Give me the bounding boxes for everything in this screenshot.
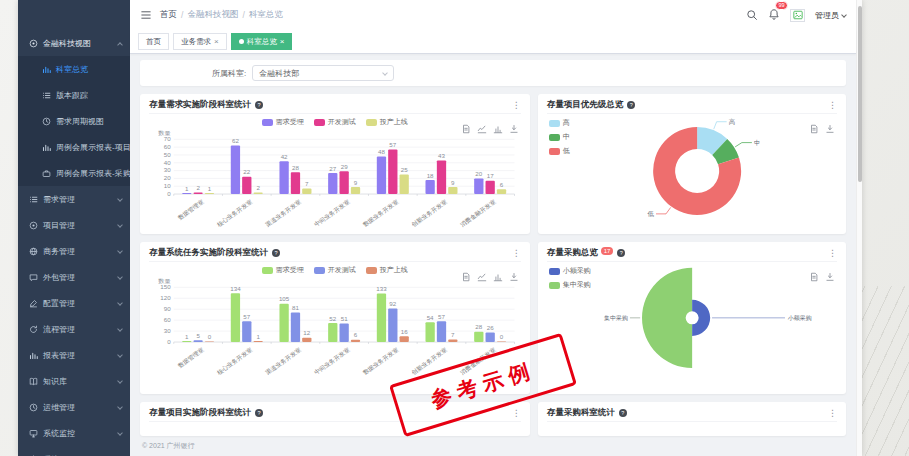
user-name: 管理员 xyxy=(815,10,839,21)
legend-item[interactable]: 需求受理 xyxy=(262,117,304,127)
donut-chart-canvas[interactable]: 高中低 xyxy=(547,116,837,220)
data-view-icon[interactable] xyxy=(461,272,471,282)
scrollbar-thumb[interactable] xyxy=(858,6,862,182)
download-icon[interactable] xyxy=(509,124,519,134)
data-view-icon[interactable] xyxy=(809,124,819,134)
tags-view-bar: 首页 业务需求 × 科室总览 × xyxy=(130,30,856,54)
close-icon[interactable]: × xyxy=(214,38,219,46)
download-icon[interactable] xyxy=(825,124,835,134)
svg-text:40: 40 xyxy=(164,160,172,166)
collapse-sidebar-icon[interactable] xyxy=(140,9,152,21)
chart-legend[interactable]: 小额采购集中采购 xyxy=(549,266,591,290)
bar-chart-toggle-icon[interactable] xyxy=(493,124,503,134)
sidebar-item-system-monitor[interactable]: 系统监控 xyxy=(18,420,130,446)
download-icon[interactable] xyxy=(509,272,519,282)
tab-dept-overview[interactable]: 科室总览 × xyxy=(231,33,293,50)
sidebar-item-dept-overview[interactable]: 科室总览 xyxy=(18,56,130,82)
bar xyxy=(448,187,457,194)
sidebar-item-version-tracking[interactable]: 版本跟踪 xyxy=(18,82,130,108)
breadcrumb-fintech-view[interactable]: 金融科技视图 xyxy=(187,9,238,21)
search-icon[interactable] xyxy=(746,9,758,21)
legend-item[interactable]: 低 xyxy=(549,146,570,156)
tab-business-demand[interactable]: 业务需求 × xyxy=(173,33,227,50)
help-icon[interactable]: ? xyxy=(627,101,635,109)
sidebar-item-process-mgmt[interactable]: 流程管理 xyxy=(18,316,130,342)
sidebar-item-label: 外包管理 xyxy=(43,272,75,283)
card-menu-icon[interactable]: ⋮ xyxy=(512,409,521,418)
close-icon[interactable]: × xyxy=(280,38,285,46)
svg-text:中: 中 xyxy=(754,139,761,146)
help-icon[interactable]: ? xyxy=(272,249,280,257)
bar-chart-canvas[interactable]: 数量0306090120150数据管理室150核心业务开发室134571渠道业务… xyxy=(149,276,521,376)
bar-chart-canvas[interactable]: 数量010203040506070数据管理室121核心业务开发室62222渠道业… xyxy=(149,128,521,228)
sidebar-item-config-mgmt[interactable]: 配置管理 xyxy=(18,290,130,316)
svg-text:120: 120 xyxy=(160,295,171,301)
legend-item[interactable]: 小额采购 xyxy=(549,266,591,276)
legend-item[interactable]: 投产上线 xyxy=(366,265,408,275)
legend-item[interactable]: 中 xyxy=(549,132,570,142)
card-menu-icon[interactable]: ⋮ xyxy=(828,409,837,418)
bar xyxy=(231,146,240,194)
help-icon[interactable]: ? xyxy=(617,249,625,257)
line-chart-toggle-icon[interactable] xyxy=(477,124,487,134)
data-view-icon[interactable] xyxy=(461,124,471,134)
sidebar-group-fintech-view[interactable]: 金融科技视图 xyxy=(18,30,130,56)
breadcrumb-home[interactable]: 首页 xyxy=(160,9,177,21)
svg-text:43: 43 xyxy=(438,153,446,159)
legend-item[interactable]: 需求受理 xyxy=(262,265,304,275)
sidebar-item-demand-cycle-view[interactable]: 需求周期视图 xyxy=(18,108,130,134)
sidebar: 金融科技视图 科室总览 版本跟踪 需求周期视图 周例会展示报表-项目 xyxy=(18,0,130,456)
chevron-down-icon xyxy=(382,70,388,76)
bar xyxy=(351,340,360,342)
legend-item[interactable]: 开发测试 xyxy=(314,117,356,127)
dept-select[interactable]: 金融科技部 xyxy=(252,65,394,81)
bar xyxy=(377,294,386,343)
svg-text:16: 16 xyxy=(401,329,409,335)
svg-text:消费金融开发室: 消费金融开发室 xyxy=(458,198,497,228)
tab-home[interactable]: 首页 xyxy=(138,33,169,50)
help-icon[interactable]: ? xyxy=(255,409,263,417)
sidebar-submenu: 科室总览 版本跟踪 需求周期视图 周例会展示报表-项目 周例会展示报表-采购 xyxy=(18,56,130,186)
legend-item[interactable]: 投产上线 xyxy=(366,117,408,127)
data-view-icon[interactable] xyxy=(809,272,819,282)
filter-label: 所属科室: xyxy=(212,68,246,79)
bar xyxy=(328,323,337,342)
svg-text:创新业务开发室: 创新业务开发室 xyxy=(410,198,449,228)
line-chart-toggle-icon[interactable] xyxy=(477,272,487,282)
svg-text:20: 20 xyxy=(475,171,483,177)
legend-item[interactable]: 开发测试 xyxy=(314,265,356,275)
notifications-button[interactable]: 99 xyxy=(768,6,780,24)
svg-text:52: 52 xyxy=(329,316,336,322)
sidebar-item-project-mgmt[interactable]: 项目管理 xyxy=(18,212,130,238)
sidebar-item-weekly-report-project[interactable]: 周例会展示报表-项目 xyxy=(18,134,130,160)
sidebar-item-knowledge-base[interactable]: 知识库 xyxy=(18,368,130,394)
download-icon[interactable] xyxy=(825,272,835,282)
bar xyxy=(242,177,251,194)
bar-chart-toggle-icon[interactable] xyxy=(493,272,503,282)
card-menu-icon[interactable]: ⋮ xyxy=(512,249,521,258)
chart-legend[interactable]: 高中低 xyxy=(549,118,570,156)
avatar[interactable] xyxy=(790,9,805,22)
sidebar-item-outsourcing-mgmt[interactable]: 外包管理 xyxy=(18,264,130,290)
sidebar-item-system-mgmt[interactable]: 系统管理 xyxy=(18,446,130,456)
breadcrumb-separator: / xyxy=(181,10,183,20)
sidebar-item-label: 周例会展示报表-项目 xyxy=(56,142,130,153)
bar-chart-icon xyxy=(29,351,38,360)
card-menu-icon[interactable]: ⋮ xyxy=(512,101,521,110)
svg-text:2: 2 xyxy=(196,185,199,191)
card-menu-icon[interactable]: ⋮ xyxy=(828,101,837,110)
scrollbar[interactable] xyxy=(856,0,862,456)
card-menu-icon[interactable]: ⋮ xyxy=(828,249,837,258)
svg-text:29: 29 xyxy=(341,164,349,170)
sidebar-item-business-mgmt[interactable]: 商务管理 xyxy=(18,238,130,264)
help-icon[interactable]: ? xyxy=(255,101,263,109)
help-icon[interactable]: ? xyxy=(619,409,627,417)
sidebar-item-weekly-report-purchase[interactable]: 周例会展示报表-采购 xyxy=(18,160,130,186)
bar xyxy=(377,157,386,195)
sidebar-item-ops-mgmt[interactable]: 运维管理 xyxy=(18,394,130,420)
sidebar-item-report-mgmt[interactable]: 报表管理 xyxy=(18,342,130,368)
sidebar-item-demand-mgmt[interactable]: 需求管理 xyxy=(18,186,130,212)
user-menu[interactable]: 管理员 xyxy=(815,10,846,21)
legend-item[interactable]: 集中采购 xyxy=(549,280,591,290)
legend-item[interactable]: 高 xyxy=(549,118,570,128)
